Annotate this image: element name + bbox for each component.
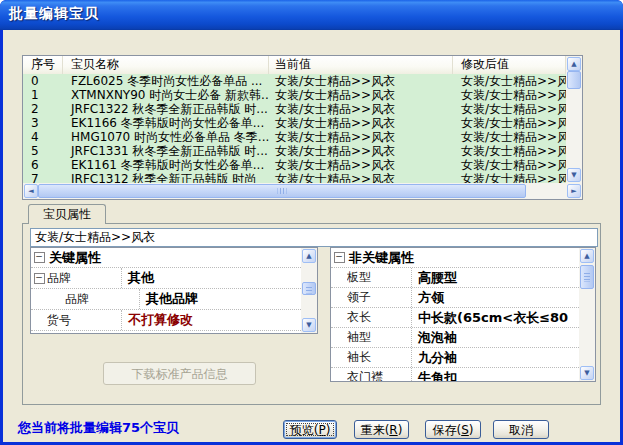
- attribute-row[interactable]: − 衣长 中长款(65cm<衣长≤80: [331, 308, 579, 328]
- collapse-icon[interactable]: −: [34, 252, 45, 263]
- preview-button[interactable]: 预览(P): [283, 420, 337, 439]
- attribute-value[interactable]: 其他品牌: [140, 290, 301, 308]
- cell-name: JRFC1312 秋季全新正品韩版 时尚: [63, 172, 269, 183]
- table-row[interactable]: 6 EK1161 冬季韩版时尚女性必备单... 女装/女士精品>>风衣 女装/女…: [23, 158, 566, 172]
- attribute-label: 板型: [347, 268, 412, 287]
- column-header-index[interactable]: 序号: [23, 56, 63, 74]
- nonkey-attributes-header[interactable]: − 非关键属性: [331, 248, 579, 268]
- cell-current: 女装/女士精品>>风衣: [269, 172, 453, 183]
- cell-modified: 女装/女士精品>>风衣: [453, 144, 566, 158]
- table-row[interactable]: 7 JRFC1312 秋季全新正品韩版 时尚 女装/女士精品>>风衣 女装/女士…: [23, 172, 566, 183]
- cell-name: JRFC1322 秋冬季全新正品韩版 时...: [63, 102, 269, 116]
- table-row[interactable]: 2 JRFC1322 秋冬季全新正品韩版 时... 女装/女士精品>>风衣 女装…: [23, 102, 566, 116]
- attribute-value[interactable]: 不打算修改: [122, 311, 301, 329]
- cell-index: 6: [23, 158, 63, 172]
- nonkey-panel-scrollbar[interactable]: ▲ ▼: [579, 248, 595, 381]
- attribute-row[interactable]: − 领子 方领: [331, 288, 579, 308]
- key-panel-scrollbar[interactable]: ▲ ▼: [301, 248, 317, 333]
- cell-index: 7: [23, 172, 63, 183]
- table-row[interactable]: 1 XTMNXNY90 时尚女士必备 新款韩... 女装/女士精品>>风衣 女装…: [23, 88, 566, 102]
- thumb-grip-icon: [306, 284, 312, 293]
- attribute-label: 品牌: [47, 289, 140, 309]
- thumb-grip-icon: [584, 273, 590, 282]
- attribute-label: 袖长: [347, 348, 412, 367]
- nonkey-attributes-rows: − 板型 高腰型 − 领子 方领 − 衣长 中长款(65cm<衣长≤80: [331, 268, 579, 381]
- key-attributes-header[interactable]: − 关键属性: [31, 248, 301, 268]
- attribute-row[interactable]: − 袖长 九分袖: [331, 348, 579, 368]
- cell-modified: 女装/女士精品>>风衣: [453, 130, 566, 144]
- download-product-info-button[interactable]: 下载标准产品信息: [103, 362, 256, 385]
- cancel-button[interactable]: 取消: [493, 420, 549, 439]
- nonkey-attributes-title: 非关键属性: [347, 249, 414, 267]
- attribute-value[interactable]: 高腰型: [412, 269, 579, 287]
- cell-modified: 女装/女士精品>>风衣: [453, 158, 566, 172]
- table-row[interactable]: 5 JRFC1331 秋冬季全新正品韩版 时... 女装/女士精品>>风衣 女装…: [23, 144, 566, 158]
- attribute-value[interactable]: 方领: [412, 289, 579, 307]
- cell-index: 3: [23, 116, 63, 130]
- redo-button[interactable]: 重来(R): [354, 420, 409, 439]
- collapse-icon[interactable]: −: [334, 252, 345, 263]
- save-button[interactable]: 保存(S): [425, 420, 481, 439]
- cell-current: 女装/女士精品>>风衣: [269, 74, 453, 88]
- attribute-row[interactable]: − 品牌 其他品牌: [31, 289, 301, 310]
- attribute-row[interactable]: − 品牌 其他: [31, 268, 301, 289]
- listview-horizontal-scrollbar[interactable]: ◄ ►: [23, 183, 582, 199]
- scroll-right-button[interactable]: ►: [567, 184, 581, 198]
- scroll-up-button[interactable]: ▲: [302, 249, 316, 263]
- cell-current: 女装/女士精品>>风衣: [269, 144, 453, 158]
- scroll-down-button[interactable]: ▼: [567, 168, 581, 182]
- cell-index: 5: [23, 144, 63, 158]
- tab-item-attributes[interactable]: 宝贝属性: [28, 204, 106, 224]
- scroll-down-button[interactable]: ▼: [580, 366, 594, 380]
- column-header-modified[interactable]: 修改后值: [453, 56, 566, 74]
- window-title: 批量编辑宝贝: [9, 5, 99, 23]
- tab-label: 宝贝属性: [43, 207, 91, 221]
- vertical-scroll-thumb[interactable]: [302, 282, 316, 295]
- cell-current: 女装/女士精品>>风衣: [269, 130, 453, 144]
- attribute-value[interactable]: 九分袖: [412, 349, 579, 367]
- vertical-scroll-thumb[interactable]: [580, 265, 594, 289]
- table-row[interactable]: 0 FZL6025 冬季时尚女性必备单品 ... 女装/女士精品>>风衣 女装/…: [23, 74, 566, 88]
- cell-name: EK1161 冬季韩版时尚女性必备单...: [63, 158, 269, 172]
- attribute-label: 领子: [347, 288, 412, 307]
- cell-modified: 女装/女士精品>>风衣: [453, 102, 566, 116]
- attribute-value[interactable]: 牛角扣: [412, 369, 579, 382]
- attribute-value[interactable]: 泡泡袖: [412, 329, 579, 347]
- scroll-down-button[interactable]: ▼: [302, 318, 316, 332]
- attribute-label: 衣门襟: [347, 368, 412, 381]
- cell-index: 2: [23, 102, 63, 116]
- category-path-field[interactable]: 女装/女士精品>>风衣: [30, 228, 598, 247]
- cell-current: 女装/女士精品>>风衣: [269, 102, 453, 116]
- cell-name: EK1166 冬季韩版时尚女性必备单...: [63, 116, 269, 130]
- attribute-row[interactable]: − 板型 高腰型: [331, 268, 579, 288]
- cell-modified: 女装/女士精品>>风衣: [453, 74, 566, 88]
- cell-current: 女装/女士精品>>风衣: [269, 116, 453, 130]
- attribute-label: 衣长: [347, 308, 412, 327]
- table-row[interactable]: 4 HMG1070 时尚女性必备单品 冬季... 女装/女士精品>>风衣 女装/…: [23, 130, 566, 144]
- status-text: 您当前将批量编辑75个宝贝: [18, 419, 179, 437]
- cell-modified: 女装/女士精品>>风衣: [453, 88, 566, 102]
- scroll-up-button[interactable]: ▲: [580, 249, 594, 263]
- attribute-row[interactable]: − 货号 不打算修改: [31, 310, 301, 331]
- attribute-value[interactable]: 中长款(65cm<衣长≤80: [412, 309, 579, 327]
- items-listview: 序号 宝贝名称 当前值 修改后值 0 FZL6025 冬季时尚女性必备单品 ..…: [22, 55, 583, 200]
- scroll-left-button[interactable]: ◄: [24, 184, 38, 198]
- scroll-up-button[interactable]: ▲: [567, 57, 581, 71]
- listview-header: 序号 宝贝名称 当前值 修改后值: [23, 56, 566, 75]
- attribute-row[interactable]: − 衣门襟 牛角扣: [331, 368, 579, 381]
- attribute-value[interactable]: 其他: [122, 269, 301, 287]
- listview-vertical-scrollbar[interactable]: ▲ ▼: [566, 56, 582, 183]
- table-row[interactable]: 3 EK1166 冬季韩版时尚女性必备单... 女装/女士精品>>风衣 女装/女…: [23, 116, 566, 130]
- attribute-label: 袖型: [347, 328, 412, 347]
- horizontal-scroll-thumb[interactable]: [38, 184, 526, 198]
- column-header-name[interactable]: 宝贝名称: [63, 56, 269, 74]
- vertical-scroll-thumb[interactable]: [567, 71, 581, 89]
- cell-name: FZL6025 冬季时尚女性必备单品 ...: [63, 74, 269, 88]
- cell-current: 女装/女士精品>>风衣: [269, 88, 453, 102]
- key-attributes-title: 关键属性: [47, 249, 101, 267]
- attribute-row[interactable]: − 袖型 泡泡袖: [331, 328, 579, 348]
- column-header-current[interactable]: 当前值: [269, 56, 453, 74]
- cell-modified: 女装/女士精品>>风衣: [453, 116, 566, 130]
- listview-rows: 0 FZL6025 冬季时尚女性必备单品 ... 女装/女士精品>>风衣 女装/…: [23, 74, 566, 183]
- collapse-icon[interactable]: −: [34, 273, 45, 284]
